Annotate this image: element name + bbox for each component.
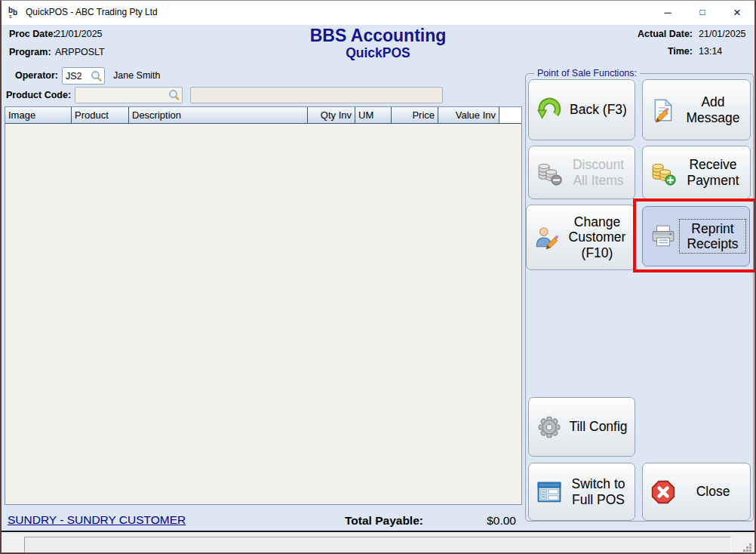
quickpos-window: b b s QuickPOS - ABC Trading Pty Ltd ─ □… bbox=[0, 0, 756, 554]
titlebar: b b s QuickPOS - ABC Trading Pty Ltd ─ □… bbox=[2, 1, 754, 25]
back-button-label: Back (F3) bbox=[567, 100, 629, 118]
actual-date-value: 21/01/2025 bbox=[699, 29, 748, 39]
actual-date-label: Actual Date: bbox=[638, 29, 693, 39]
product-code-input[interactable] bbox=[75, 88, 182, 103]
items-table-header: Image Product Description Qty Inv UM Pri… bbox=[5, 107, 521, 124]
column-header-product[interactable]: Product bbox=[72, 107, 129, 123]
discount-all-items-button[interactable]: Discount All Items bbox=[528, 146, 635, 199]
back-button[interactable]: Back (F3) bbox=[528, 79, 635, 140]
column-header-image[interactable]: Image bbox=[5, 107, 72, 123]
operator-search-icon[interactable] bbox=[91, 70, 103, 82]
reprint-receipts-button[interactable]: Reprint Receipts bbox=[642, 206, 750, 266]
items-table-body bbox=[5, 124, 521, 504]
minimize-button[interactable]: ─ bbox=[650, 1, 685, 24]
till-config-button-label: Till Config bbox=[567, 417, 629, 436]
close-button-label: Close bbox=[694, 482, 733, 500]
column-header-price[interactable]: Price bbox=[392, 107, 438, 123]
window-icon bbox=[536, 479, 562, 505]
close-button[interactable]: Close bbox=[642, 463, 751, 521]
back-arrow-icon bbox=[536, 97, 562, 123]
product-code-label: Product Code: bbox=[6, 90, 71, 100]
change-customer-button[interactable]: Change Customer (F10) bbox=[526, 205, 635, 270]
svg-text:s: s bbox=[9, 14, 12, 19]
add-message-button[interactable]: Add Message bbox=[642, 79, 751, 140]
window-controls: ─ □ × bbox=[650, 1, 754, 24]
change-customer-button-label: Change Customer (F10) bbox=[564, 213, 631, 261]
till-config-button[interactable]: Till Config bbox=[528, 397, 635, 457]
column-header-filler bbox=[499, 107, 521, 123]
time-value: 13:14 bbox=[699, 46, 748, 57]
close-window-button[interactable]: × bbox=[720, 1, 754, 24]
discount-all-items-button-label: Discount All Items bbox=[566, 155, 631, 189]
status-panel bbox=[24, 537, 731, 552]
product-code-field bbox=[75, 87, 183, 103]
total-payable-label: Total Payable: bbox=[345, 514, 423, 528]
product-search-icon[interactable] bbox=[168, 89, 180, 101]
coins-plus-icon bbox=[650, 160, 676, 186]
svg-text:b: b bbox=[13, 8, 17, 17]
product-description-input[interactable] bbox=[191, 88, 442, 103]
column-header-qty-inv[interactable]: Qty Inv bbox=[308, 107, 355, 123]
customer-link[interactable]: SUNDRY - SUNDRY CUSTOMER bbox=[8, 513, 186, 527]
product-description-field bbox=[190, 87, 443, 103]
total-payable-value: $0.00 bbox=[447, 514, 516, 528]
status-bar bbox=[2, 532, 754, 554]
column-header-value-inv[interactable]: Value Inv bbox=[438, 107, 499, 123]
operator-field bbox=[62, 67, 105, 85]
column-header-description[interactable]: Description bbox=[129, 107, 308, 123]
operator-label: Operator: bbox=[15, 70, 58, 81]
time-label: Time: bbox=[638, 46, 693, 57]
printer-icon bbox=[650, 223, 676, 249]
pos-functions-label: Point of Sale Functions: bbox=[534, 68, 640, 78]
operator-name: Jane Smith bbox=[113, 70, 161, 81]
maximize-button[interactable]: □ bbox=[685, 1, 720, 24]
switch-full-pos-button-label: Switch to Full POS bbox=[566, 475, 631, 508]
coins-minus-icon bbox=[536, 160, 562, 186]
note-pencil-icon bbox=[650, 97, 676, 123]
receive-payment-button-label: Receive Payment bbox=[680, 155, 746, 189]
gear-icon bbox=[536, 414, 562, 440]
column-header-um[interactable]: UM bbox=[355, 107, 392, 123]
add-message-button-label: Add Message bbox=[680, 93, 746, 126]
stop-x-icon bbox=[650, 479, 676, 505]
resize-grip[interactable] bbox=[742, 543, 752, 552]
receive-payment-button[interactable]: Receive Payment bbox=[642, 146, 751, 199]
reprint-receipts-button-label: Reprint Receipts bbox=[680, 220, 745, 253]
app-icon: b b s bbox=[8, 6, 22, 20]
items-table: Image Product Description Qty Inv UM Pri… bbox=[5, 106, 522, 505]
switch-full-pos-button[interactable]: Switch to Full POS bbox=[528, 463, 635, 521]
window-title: QuickPOS - ABC Trading Pty Ltd bbox=[26, 1, 158, 24]
date-time-block: Actual Date: 21/01/2025 Time: 13:14 bbox=[638, 29, 748, 57]
person-pencil-icon bbox=[534, 225, 560, 251]
